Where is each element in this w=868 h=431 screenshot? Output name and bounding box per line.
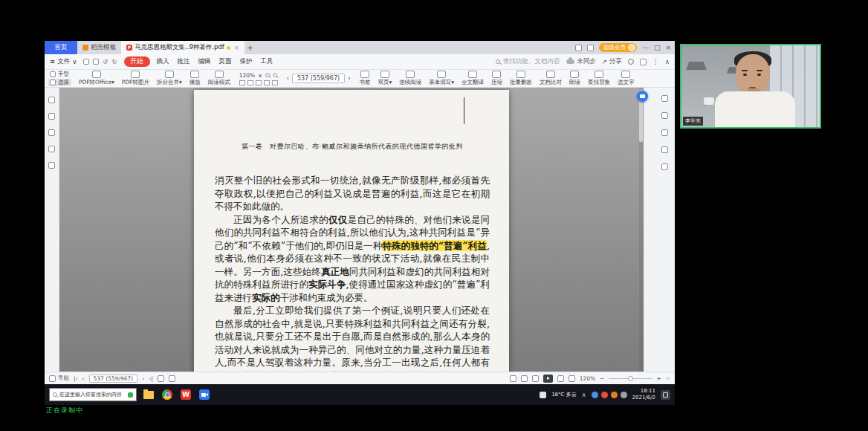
close-button[interactable]: × [665,44,671,51]
search-input[interactable]: 查找功能、文档内容 [496,57,560,66]
rotate-left-icon[interactable] [264,80,270,85]
hand-tool-button[interactable]: 手型 [48,71,71,78]
annotate-pen-icon[interactable] [510,375,516,382]
fit-width-icon[interactable] [247,80,253,85]
tray-icon-blue[interactable] [592,392,598,398]
more-icon[interactable]: ⋮ [652,58,659,65]
next-page-button[interactable]: › [142,375,144,382]
page-number-field[interactable]: 537 (559/967) [292,74,345,83]
collapse-toolbar-icon[interactable]: ∧ [665,58,670,65]
remove-page-icon[interactable] [169,375,175,382]
menu-comment[interactable]: 批注 [178,57,190,66]
attachment-panel-icon[interactable] [48,146,55,152]
zoom-out-icon[interactable] [265,73,270,77]
continuous-read-button[interactable]: 连续阅读 [395,71,425,86]
tray-icon-orange[interactable] [611,392,618,398]
zoom-in-icon[interactable] [273,73,277,77]
menu-page[interactable]: 页面 [219,57,232,66]
document-area[interactable]: 第一卷 对费尔巴哈、布·鲍威尔和施蒂纳所代表的现代德国哲学的批判 消灭整个旧的社… [59,88,644,372]
maximize-button[interactable]: □ [654,44,661,51]
thumbnail-panel-icon[interactable] [48,113,55,120]
menu-tools[interactable]: 工具 [261,57,273,66]
navigation-toggle[interactable]: 导航 [49,375,69,382]
prev-page-button[interactable]: ‹ [82,375,85,382]
tab-home[interactable]: 首页 [45,41,77,54]
minimize-button[interactable]: — [642,44,649,51]
read-mode-button[interactable]: 阅读模式 [204,71,234,86]
two-page-button[interactable]: 双页▾ [374,71,395,86]
compress-button[interactable]: 压缩 [488,71,506,86]
fullscreen-icon[interactable]: ⁘ [666,375,670,382]
download-icon[interactable] [661,146,668,153]
chrome-icon[interactable] [162,389,172,400]
menu-start-active[interactable]: 开始 [124,56,150,67]
pdf-to-office-button[interactable]: PDF转Office▾ [75,71,118,86]
zoom-level-select[interactable]: 120% [239,72,255,79]
page-number-field[interactable]: 537 (559/967) [89,375,138,383]
meeting-app-icon[interactable] [199,389,210,400]
prev-page-button[interactable]: ‹ [287,75,289,82]
new-tab-button[interactable]: + [244,41,256,54]
taskbar-search-input[interactable]: 在这里输入你要搜索的内容 [49,388,137,401]
zoom-percent[interactable]: 120% [580,375,595,382]
find-replace-button[interactable]: 查找替换 [584,71,614,86]
read-aloud-button[interactable]: 朗读 [566,71,584,86]
gear-icon[interactable] [628,59,634,65]
tray-weather-text[interactable]: 18°C 多云 [551,391,577,398]
slideshow-play-button[interactable] [543,375,553,383]
bookmark-panel-icon[interactable] [48,97,55,103]
fit-page-icon[interactable] [239,80,245,85]
comment-panel-icon[interactable] [48,129,55,136]
notification-center-icon[interactable] [661,390,670,400]
last-page-button[interactable]: ›| [149,375,153,382]
redo-icon[interactable]: ↻ [111,58,117,65]
find-icon[interactable] [661,95,668,102]
actual-size-icon[interactable] [256,80,262,85]
doc-compare-button[interactable]: 文档比对 [536,71,566,86]
member-button[interactable]: 超级会员 [599,43,637,52]
history-icon[interactable] [661,129,668,136]
annotate-icon[interactable] [661,112,668,119]
sync-status[interactable]: 未同步 [566,57,596,66]
zoom-out-button[interactable]: − [600,375,604,382]
tray-icon-gray[interactable] [621,392,627,398]
share-button[interactable]: ↗ 分享 [602,57,622,66]
wps-assistant-button[interactable] [637,91,648,102]
zoom-slider[interactable] [609,378,652,379]
outline-icon[interactable] [661,163,668,170]
fit-page-icon[interactable] [557,375,564,382]
select-text-button[interactable]: 选文字 [614,71,638,86]
first-page-button[interactable]: |‹ [74,375,78,382]
pdf-to-image-button[interactable]: PDF转图片 [118,71,153,86]
double-page-icon[interactable] [532,375,539,382]
menu-protect[interactable]: 保护 [240,57,253,66]
fit-width-icon[interactable] [569,375,575,382]
signature-panel-icon[interactable] [48,162,55,169]
zoom-in-button[interactable]: + [656,375,661,382]
message-center-icon[interactable] [587,45,594,51]
menu-insert[interactable]: 插入 [157,57,169,66]
hidden-icons-chevron[interactable]: ∧ [582,392,586,398]
taskbar-clock[interactable]: 18:11 2021/6/2 [632,388,655,401]
close-tab-icon[interactable]: × [234,45,239,51]
tab-docer[interactable]: 稻壳模板 [77,41,121,54]
form-fill-button[interactable]: 表单填写▾ [425,71,458,86]
apps-grid-icon[interactable] [575,45,582,51]
translate-button[interactable]: 全文翻译 [458,71,488,86]
select-tool-button[interactable]: 选择 [48,79,71,86]
panel-layout-icon[interactable] [640,59,647,65]
print-icon[interactable] [93,59,99,65]
tab-document[interactable]: P 马克思恩格斯文集..9种著作.pdf × [121,41,244,54]
single-page-icon[interactable] [521,375,528,382]
file-explorer-icon[interactable] [143,391,154,399]
tray-icon-red[interactable] [601,392,608,398]
menu-edit[interactable]: 编辑 [198,57,211,66]
save-icon[interactable] [83,59,89,65]
batch-edit-button[interactable]: 批量删改 [506,71,536,86]
vertical-scrollbar[interactable] [639,88,643,372]
bookmark-button[interactable]: 书签 [355,71,374,86]
undo-icon[interactable]: ↺ [103,58,108,65]
wps-icon[interactable]: W [181,389,191,400]
add-page-icon[interactable] [158,375,164,382]
zoom-slider-knob[interactable] [628,376,633,381]
